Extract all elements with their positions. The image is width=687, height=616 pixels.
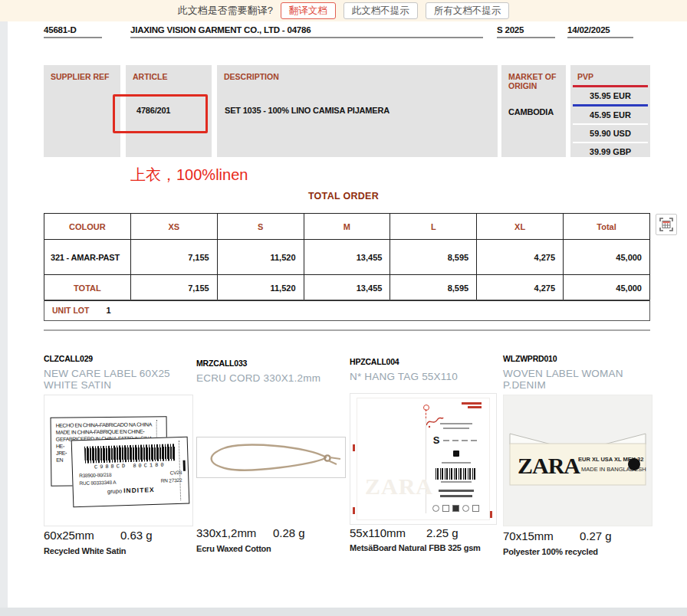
pvp-label: PVP — [577, 72, 593, 81]
col-header-xl: XL — [477, 214, 564, 240]
chinese-annotation: 上衣，100%linen — [130, 165, 248, 185]
cord-drawing — [197, 437, 345, 477]
qty-cell: 11,520 — [217, 240, 304, 275]
component-title: NEW CARE LABEL 60X25 WHITE SATIN — [44, 368, 182, 391]
header-underline — [567, 37, 633, 38]
component-size-weight: 330x1,2mm 0.28 g — [196, 526, 305, 539]
tag-info-column: S — [427, 421, 485, 512]
fold-wing-left — [510, 434, 551, 444]
fold-mark — [183, 460, 186, 471]
component-material: Recycled White Satin — [44, 546, 126, 555]
dont-prompt-all-docs-button[interactable]: 所有文档不提示 — [426, 2, 510, 19]
header-underline — [497, 37, 555, 38]
component-title: WOVEN LABEL WOMAN P.DENIM — [503, 368, 641, 391]
col-header-colour: COLOUR — [44, 214, 131, 240]
supplier-name: JIAXING VISION GARMENT CO., LTD - 04786 — [130, 25, 311, 34]
red-edge-mark — [353, 444, 355, 451]
component-code: HPZCALL004 — [350, 357, 399, 366]
component-size: 70x15mm — [503, 529, 580, 542]
dont-prompt-this-doc-button[interactable]: 此文档不提示 — [344, 2, 418, 19]
description-value: SET 1035 - 100% LINO CAMISA PIJAMERA — [225, 106, 390, 115]
black-chip-icon — [453, 451, 459, 457]
total-label-cell: TOTAL — [44, 275, 131, 301]
component-title: ECRU CORD 330X1.2mm — [196, 372, 342, 384]
black-dot — [628, 458, 640, 470]
price-line — [439, 490, 474, 492]
col-header-s: S — [217, 214, 304, 240]
micro-text — [443, 440, 449, 441]
total-qty-cell: 8,595 — [390, 275, 477, 301]
component-code: MRZCALL033 — [196, 359, 247, 368]
col-header-l: L — [390, 214, 477, 240]
total-qty-cell: 7,155 — [130, 275, 217, 301]
care-label-front: C988CD 80C180 R38900-80/218 CV28 RUC 803… — [71, 437, 190, 508]
unit-lot-bar: UNIT LOT 1 — [44, 300, 650, 321]
woven-label-image: ZARA EUR XL USA XL MEX 32 MADE IN BANGLA… — [503, 395, 652, 526]
red-annotation-mark — [462, 402, 482, 405]
component-weight: 2.25 g — [426, 526, 459, 539]
micro-text — [443, 428, 469, 429]
total-order-table: COLOUR XS S M L XL Total 321 - AMAR-PAST… — [44, 213, 650, 301]
component-material: MetsäBoard Natural FBB 325 gsm — [350, 543, 481, 552]
section-divider — [44, 329, 650, 331]
total-qty-cell: 4,275 — [477, 275, 564, 301]
total-qty-cell: 13,455 — [304, 275, 390, 301]
care-ruc: RUC 80333348 A — [79, 480, 116, 486]
col-header-m: M — [304, 214, 390, 240]
expand-table-icon — [659, 217, 674, 232]
market-of-origin-label: MARKET OF ORIGIN — [508, 72, 559, 90]
qty-cell: 8,595 — [390, 240, 477, 275]
red-annotation-mark — [468, 406, 482, 408]
component-size: 330x1,2mm — [196, 526, 273, 539]
col-header-xs: XS — [130, 214, 217, 240]
page-left-margin — [0, 21, 8, 608]
red-edge-mark — [490, 511, 492, 518]
component-size: 55x110mm — [350, 526, 426, 539]
inditex-brand: grupo INDITEX — [80, 485, 182, 496]
micro-text — [471, 440, 477, 441]
pvp-price: 59.90 USD — [573, 125, 648, 142]
order-date: 14/02/2025 — [567, 25, 610, 34]
certification-icon — [442, 505, 449, 512]
recycle-icon — [462, 505, 469, 512]
qty-cell: 45,000 — [564, 240, 650, 275]
tag-barcode — [436, 468, 477, 480]
component-size-weight: 60x25mm 0.63 g — [44, 529, 153, 542]
micro-text — [442, 462, 471, 464]
total-qty-cell: 45,000 — [564, 275, 650, 301]
component-weight: 0.63 g — [120, 529, 153, 542]
price-line — [440, 495, 472, 497]
expand-table-button[interactable] — [656, 214, 677, 235]
total-qty-cell: 11,520 — [217, 275, 304, 301]
component-material: Polyester 100% recycled — [503, 547, 598, 556]
pvp-price: 35.95 EUR — [573, 87, 648, 104]
article-label: ARTICLE — [133, 72, 168, 81]
translate-prompt-bar: 此文档是否需要翻译? 翻译文档 此文档不提示 所有文档不提示 — [0, 0, 687, 21]
component-size: 60x25mm — [44, 529, 120, 542]
zara-logo: ZARA — [518, 453, 580, 478]
component-code: CLZCALL029 — [44, 354, 93, 363]
pvp-price: 45.95 EUR — [573, 106, 648, 123]
market-of-origin-box: MARKET OF ORIGIN CAMBODIA — [501, 65, 566, 157]
unit-lot-label: UNIT LOT — [52, 306, 89, 315]
translate-document-button[interactable]: 翻译文档 — [281, 2, 336, 19]
micro-text — [452, 440, 459, 441]
component-title: N* HANG TAG 55X110 — [350, 371, 488, 382]
zara-watermark: ZARA — [365, 473, 433, 500]
pvp-price: 39.99 GBP — [573, 143, 648, 160]
order-number: 45681-D — [44, 25, 77, 34]
qty-cell: 4,275 — [477, 240, 564, 275]
season: S 2025 — [497, 25, 524, 34]
table-header-row: COLOUR XS S M L XL Total — [44, 214, 650, 240]
barcode — [84, 444, 176, 464]
qty-cell: 13,455 — [304, 240, 390, 275]
component-material: Ecru Waxed Cotton — [196, 544, 271, 553]
translate-question: 此文档是否需要翻译? — [178, 4, 273, 18]
unit-lot-value: 1 — [106, 306, 110, 315]
page-bottom-margin — [0, 608, 687, 616]
hang-tag-image: ZARA S — [350, 393, 497, 525]
woven-label-drawing: ZARA EUR XL USA XL MEX 32 MADE IN BANGLA… — [504, 395, 652, 526]
certification-icon — [472, 505, 479, 512]
description-box: DESCRIPTION SET 1035 - 100% LINO CAMISA … — [217, 65, 498, 157]
fold-wing-right — [604, 434, 646, 444]
